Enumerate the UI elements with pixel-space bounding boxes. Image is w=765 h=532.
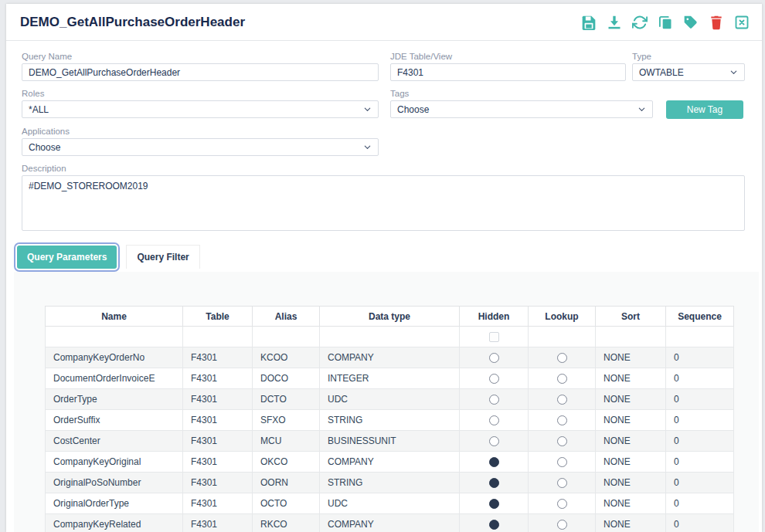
table-header-row: Name Table Alias Data type Hidden Lookup… [46, 307, 734, 327]
cell-alias: OORN [253, 473, 320, 493]
cell-hidden [460, 347, 529, 368]
filter-cell-sequence [666, 327, 734, 347]
cell-name: CompanyKeyOrderNo [46, 347, 183, 368]
column-header-sort: Sort [596, 307, 666, 327]
description-label: Description [22, 164, 745, 173]
roles-select-value: *ALL [29, 104, 49, 115]
close-icon[interactable] [734, 15, 750, 30]
param-row: OrderTypeF4301DCTOUDCNONE0 [46, 389, 734, 410]
query-name-input[interactable] [22, 63, 379, 81]
chevron-down-icon [729, 68, 738, 76]
cell-data-type: INTEGER [320, 368, 460, 389]
param-row: CompanyKeyOrderNoF4301KCOOCOMPANYNONE0 [46, 347, 734, 368]
tag-icon[interactable] [683, 15, 699, 30]
lookup-radio[interactable] [557, 415, 567, 425]
query-form: Query Name JDE Table/View Type OWTABLE R… [6, 41, 762, 231]
new-tag-button[interactable]: New Tag [666, 100, 743, 119]
roles-label: Roles [22, 89, 379, 98]
cell-sequence: 0 [666, 431, 734, 452]
cell-data-type: COMPANY [320, 452, 460, 473]
refresh-icon[interactable] [632, 15, 648, 30]
hidden-filter-checkbox[interactable] [489, 332, 499, 342]
lookup-radio[interactable] [557, 457, 567, 467]
cell-lookup [529, 410, 596, 431]
cell-hidden [460, 452, 529, 473]
cell-data-type: COMPANY [320, 347, 460, 368]
tab-query-parameters[interactable]: Query Parameters [17, 246, 117, 269]
lookup-radio[interactable] [557, 499, 567, 509]
lookup-radio[interactable] [557, 353, 567, 363]
copy-icon[interactable] [658, 15, 673, 30]
cell-lookup [529, 347, 596, 368]
type-select[interactable]: OWTABLE [632, 63, 745, 81]
filter-cell-table [183, 327, 253, 347]
param-row: CompanyKeyOriginalF4301OKCOCOMPANYNONE0 [46, 452, 734, 473]
hidden-radio[interactable] [489, 395, 499, 405]
trash-icon[interactable] [709, 15, 724, 30]
chevron-down-icon [638, 105, 646, 114]
type-label: Type [632, 52, 745, 61]
cell-lookup [529, 368, 596, 389]
lookup-radio[interactable] [557, 520, 567, 530]
cell-table: F4301 [183, 493, 253, 514]
tab-query-filter[interactable]: Query Filter [126, 245, 199, 269]
roles-select[interactable]: *ALL [22, 100, 379, 118]
cell-name: CompanyKeyRelated [46, 514, 183, 532]
cell-data-type: COMPANY [320, 514, 460, 532]
save-icon[interactable] [581, 15, 597, 30]
applications-label: Applications [22, 127, 379, 136]
hidden-radio[interactable] [489, 478, 499, 488]
cell-name: OrderSuffix [46, 410, 183, 431]
filter-cell-hidden [460, 327, 529, 347]
lookup-radio[interactable] [557, 478, 567, 488]
description-textarea[interactable]: #DEMO_STOREROOM2019 [22, 175, 745, 231]
download-icon[interactable] [607, 15, 622, 30]
type-select-value: OWTABLE [639, 67, 684, 78]
tab-content-panel: Name Table Alias Data type Hidden Lookup… [14, 272, 759, 532]
applications-select[interactable]: Choose [22, 138, 379, 156]
param-row: OriginalPoSoNumberF4301OORNSTRINGNONE0 [46, 473, 734, 493]
cell-name: OrderType [46, 389, 183, 410]
cell-sort: NONE [596, 368, 666, 389]
cell-alias: MCU [253, 431, 320, 452]
hidden-radio[interactable] [489, 374, 499, 384]
param-row: OrderSuffixF4301SFXOSTRINGNONE0 [46, 410, 734, 431]
cell-alias: KCOO [253, 347, 320, 368]
tags-select[interactable]: Choose [390, 100, 653, 118]
cell-lookup [529, 514, 596, 532]
filter-cell-alias [253, 327, 320, 347]
cell-hidden [460, 389, 529, 410]
cell-sequence: 0 [666, 410, 734, 431]
cell-alias: SFXO [253, 410, 320, 431]
hidden-radio[interactable] [489, 520, 499, 530]
jde-table-input[interactable] [390, 63, 626, 81]
cell-alias: RKCO [253, 514, 320, 532]
cell-lookup [529, 493, 596, 514]
cell-data-type: UDC [320, 389, 460, 410]
column-header-sequence: Sequence [666, 307, 734, 327]
cell-name: CompanyKeyOriginal [46, 452, 183, 473]
cell-data-type: BUSINESSUNIT [320, 431, 460, 452]
hidden-radio[interactable] [489, 436, 499, 446]
cell-sequence: 0 [666, 493, 734, 514]
tab-bar: Query Parameters Query Filter [17, 245, 762, 269]
cell-sort: NONE [596, 431, 666, 452]
lookup-radio[interactable] [557, 436, 567, 446]
filter-cell-lookup [529, 327, 596, 347]
param-row: DocumentOrderInvoiceEF4301DOCOINTEGERNON… [46, 368, 734, 389]
cell-sequence: 0 [666, 368, 734, 389]
hidden-radio[interactable] [489, 457, 499, 467]
cell-sort: NONE [596, 389, 666, 410]
hidden-radio[interactable] [489, 415, 499, 425]
cell-name: DocumentOrderInvoiceE [46, 368, 183, 389]
hidden-radio[interactable] [489, 499, 499, 509]
lookup-radio[interactable] [557, 374, 567, 384]
param-row: CostCenterF4301MCUBUSINESSUNITNONE0 [46, 431, 734, 452]
lookup-radio[interactable] [557, 395, 567, 405]
cell-name: OriginalOrderType [46, 493, 183, 514]
hidden-radio[interactable] [489, 353, 499, 363]
cell-hidden [460, 431, 529, 452]
cell-sequence: 0 [666, 452, 734, 473]
cell-name: OriginalPoSoNumber [46, 473, 183, 493]
cell-alias: OKCO [253, 452, 320, 473]
